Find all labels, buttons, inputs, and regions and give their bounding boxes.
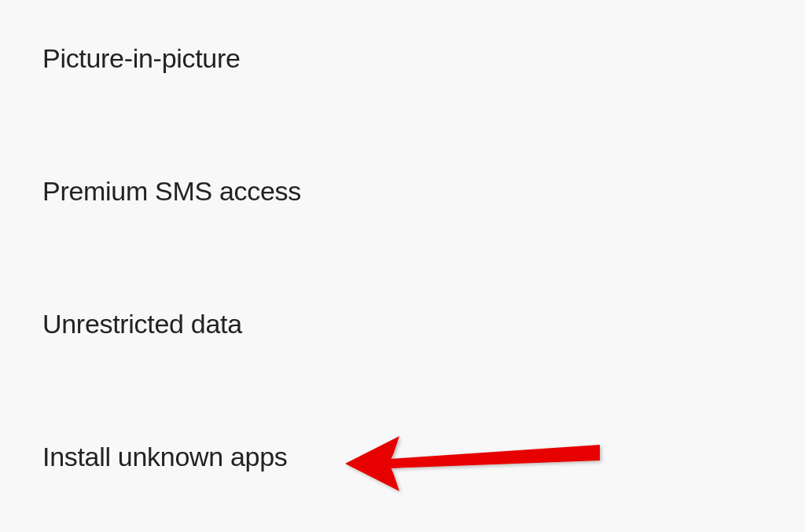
- settings-item-premium-sms-access[interactable]: Premium SMS access: [42, 176, 805, 207]
- settings-item-unrestricted-data[interactable]: Unrestricted data: [42, 309, 805, 339]
- settings-list: Picture-in-picture Premium SMS access Un…: [0, 0, 805, 472]
- settings-item-install-unknown-apps[interactable]: Install unknown apps: [42, 442, 805, 472]
- settings-item-picture-in-picture[interactable]: Picture-in-picture: [42, 43, 805, 74]
